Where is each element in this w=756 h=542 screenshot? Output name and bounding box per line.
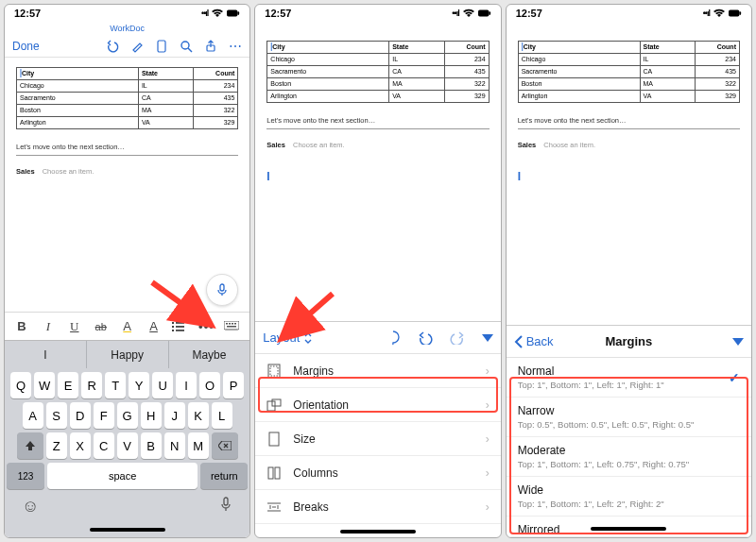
smart-lookup-icon[interactable] (386, 330, 401, 346)
status-time: 12:57 (14, 8, 41, 19)
layout-row-columns[interactable]: Columns › (255, 456, 500, 490)
table-row[interactable]: SacramentoCA435 (17, 93, 238, 105)
table-row[interactable]: ChicagoIL234 (17, 80, 238, 93)
share-icon[interactable] (204, 40, 217, 53)
document-area[interactable]: |City State Count ChicagoIL234 Sacrament… (5, 58, 249, 312)
key-g[interactable]: G (117, 402, 138, 429)
layout-row-size[interactable]: Size › (255, 422, 500, 456)
key-k[interactable]: K (188, 402, 209, 429)
key-y[interactable]: Y (129, 372, 149, 398)
margin-option-narrow[interactable]: Narrow Top: 0.5", Bottom: 0.5", Left: 0.… (507, 398, 751, 437)
key-w[interactable]: W (34, 372, 55, 398)
table-row[interactable]: SacramentoCA435 (267, 66, 489, 78)
key-d[interactable]: D (70, 402, 91, 429)
highlight-button[interactable]: A (119, 319, 136, 333)
paragraph-text[interactable]: Let's move onto the next section… (16, 143, 238, 151)
margin-option-normal[interactable]: Normal Top: 1", Bottom: 1", Left: 1", Ri… (507, 358, 751, 398)
layout-row-label: Size (293, 432, 473, 446)
svg-point-7 (172, 322, 174, 324)
status-bar: 12:57 ••ıl (507, 5, 751, 22)
key-i[interactable]: I (176, 372, 197, 398)
search-icon[interactable] (180, 40, 193, 53)
paragraph-text[interactable]: Let's move onto the next section… (266, 116, 489, 125)
key-j[interactable]: J (164, 402, 185, 429)
key-u[interactable]: U (152, 372, 173, 398)
key-h[interactable]: H (141, 402, 162, 429)
bullets-button[interactable] (171, 321, 188, 332)
prediction-3[interactable]: Maybe (168, 341, 250, 368)
done-button[interactable]: Done (12, 40, 40, 53)
key-s[interactable]: S (46, 402, 67, 429)
prediction-1[interactable]: I (5, 341, 86, 368)
data-table[interactable]: |City State Count ChicagoIL234 Sacrament… (518, 41, 740, 103)
margin-option-wide[interactable]: Wide Top: 1", Bottom: 1", Left: 2", Righ… (507, 477, 751, 517)
sales-field[interactable]: Sales Choose an item. (266, 141, 489, 149)
home-indicator[interactable] (591, 527, 666, 531)
document-area[interactable]: |City State Count ChicagoIL234 Sacrament… (507, 22, 751, 191)
table-row[interactable]: ChicagoIL234 (267, 54, 489, 66)
document-area[interactable]: |City State Count ChicagoIL234 Sacrament… (255, 22, 500, 191)
key-m[interactable]: M (188, 432, 209, 459)
keyboard-toggle-icon[interactable] (224, 321, 241, 332)
prediction-2[interactable]: Happy (86, 341, 168, 368)
key-q[interactable]: Q (10, 372, 31, 398)
collapse-panel-icon[interactable] (482, 334, 493, 342)
key-123[interactable]: 123 (7, 463, 44, 489)
key-a[interactable]: A (23, 402, 43, 429)
table-row[interactable]: ArlingtonVA329 (518, 91, 739, 103)
mobile-view-icon[interactable] (155, 40, 168, 53)
dictate-button[interactable] (206, 274, 238, 306)
key-o[interactable]: O (199, 372, 220, 398)
key-b[interactable]: B (141, 432, 162, 459)
font-color-button[interactable]: A (146, 319, 163, 333)
key-x[interactable]: X (70, 432, 91, 459)
home-indicator[interactable] (90, 528, 165, 532)
key-f[interactable]: F (94, 402, 114, 429)
paragraph-text[interactable]: Let's move onto the next section… (518, 116, 740, 125)
key-backspace[interactable] (212, 432, 238, 459)
key-e[interactable]: E (58, 372, 78, 398)
key-p[interactable]: P (223, 372, 244, 398)
underline-button[interactable]: U (66, 319, 83, 334)
table-row[interactable]: BostonMA322 (267, 78, 489, 91)
key-space[interactable]: space (47, 463, 198, 489)
key-shift[interactable] (17, 432, 43, 459)
table-row[interactable]: ChicagoIL234 (518, 54, 739, 66)
sales-field[interactable]: Sales Choose an item. (518, 141, 740, 149)
draw-icon[interactable] (130, 40, 144, 53)
key-t[interactable]: T (105, 372, 126, 398)
redo-icon[interactable] (450, 331, 465, 345)
layout-tab-button[interactable]: Layout (263, 330, 313, 345)
data-table[interactable]: |City State Count ChicagoIL234 Sacrament… (16, 67, 238, 129)
layout-row-label: Columns (293, 466, 473, 480)
key-r[interactable]: R (81, 372, 102, 398)
data-table[interactable]: |City State Count ChicagoIL234 Sacrament… (266, 41, 489, 103)
more-format-button[interactable]: ••• (198, 319, 215, 333)
layout-row-breaks[interactable]: Breaks › (255, 490, 500, 524)
strike-button[interactable]: ab (93, 321, 110, 332)
table-row[interactable]: ArlingtonVA329 (17, 117, 238, 129)
margin-option-moderate[interactable]: Moderate Top: 1", Bottom: 1", Left: 0.75… (507, 437, 751, 477)
mic-button[interactable] (219, 497, 232, 517)
layout-row-margins[interactable]: Margins › (255, 354, 500, 388)
italic-button[interactable]: I (40, 319, 57, 334)
emoji-button[interactable]: ☺ (22, 497, 39, 517)
key-n[interactable]: N (164, 432, 185, 459)
bold-button[interactable]: B (13, 319, 30, 333)
table-row[interactable]: SacramentoCA435 (518, 66, 739, 78)
table-row[interactable]: BostonMA322 (518, 78, 739, 91)
undo-icon[interactable] (106, 40, 119, 53)
key-z[interactable]: Z (46, 432, 67, 459)
key-v[interactable]: V (117, 432, 138, 459)
section-rule (16, 155, 238, 156)
undo-icon[interactable] (418, 331, 433, 345)
home-indicator[interactable] (340, 530, 416, 534)
key-c[interactable]: C (94, 432, 114, 459)
layout-row-orientation[interactable]: Orientation › (255, 388, 500, 422)
key-return[interactable]: return (200, 463, 248, 489)
table-row[interactable]: ArlingtonVA329 (267, 91, 489, 103)
sales-field[interactable]: Sales Choose an item. (16, 167, 238, 176)
more-icon[interactable]: ⋯ (229, 40, 242, 53)
key-l[interactable]: L (212, 402, 232, 429)
table-row[interactable]: BostonMA322 (17, 105, 238, 117)
